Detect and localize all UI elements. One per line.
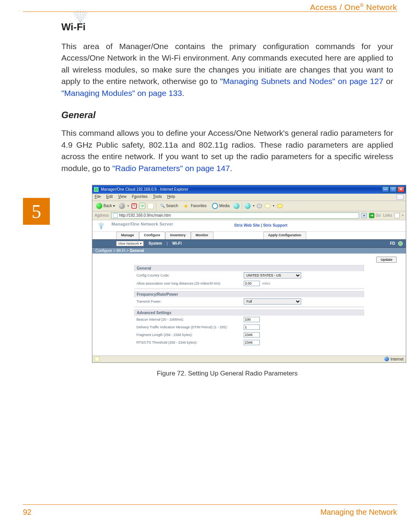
subtab-wifi[interactable]: Wi-Fi: [172, 241, 182, 245]
dtim-period-label: Delivery Traffic Indication Message (DTI…: [136, 325, 244, 329]
history-button[interactable]: [233, 203, 240, 209]
back-button[interactable]: Back ▾: [95, 202, 116, 210]
tab-manage[interactable]: Manage: [116, 232, 139, 239]
product-name: Access / One: [310, 3, 360, 12]
print-button[interactable]: [257, 204, 262, 208]
view-scope-dropdown[interactable]: View Network ▾: [116, 241, 144, 246]
menu-help[interactable]: Help: [167, 194, 175, 200]
rts-threshold-label: RTS/CTS Threshold (256 - 2346 bytes):: [136, 341, 244, 344]
subsection-heading-general: General: [61, 110, 393, 120]
app-header: Manager/One Network Server Strix Web Sit…: [92, 220, 406, 232]
menu-favorites[interactable]: Favorites: [132, 194, 148, 200]
home-button[interactable]: [148, 203, 154, 209]
registered-mark: ®: [360, 3, 364, 8]
dtim-period-input[interactable]: [244, 324, 260, 330]
product-suffix: Network: [364, 3, 397, 12]
mail-button[interactable]: [244, 203, 251, 209]
media-icon: [212, 203, 218, 209]
browser-statusbar: Internet: [92, 356, 406, 362]
links-label[interactable]: Links: [383, 213, 392, 217]
menu-file[interactable]: File: [95, 194, 101, 200]
link-radio-parameters[interactable]: "Radio Parameters" on page 147: [112, 164, 230, 173]
internet-zone-icon: [384, 357, 389, 361]
media-button[interactable]: Media: [210, 202, 231, 210]
page-number: 92: [23, 508, 31, 517]
primary-tabs: Manage Configure Inventory Monitor Apply…: [92, 232, 406, 239]
secondary-nav: View Network ▾ System | Wi-Fi FD: [92, 239, 406, 248]
wifi-intro-paragraph: This area of Manager/One contains the pr…: [61, 41, 393, 99]
tab-configure[interactable]: Configure: [139, 232, 166, 239]
group-freq-rate-power: Frequency/Rate/Power: [134, 291, 364, 297]
general-intro-paragraph: This command allows you to define your A…: [61, 127, 393, 174]
refresh-button[interactable]: ⟳: [139, 203, 145, 209]
fragment-length-label: Fragment Length (256 - 2346 bytes):: [136, 333, 244, 337]
update-button[interactable]: Update: [376, 257, 397, 263]
subtab-system[interactable]: System: [148, 241, 162, 245]
search-button[interactable]: 🔍Search: [159, 203, 180, 209]
ie-throbber-icon: [397, 194, 404, 200]
app-title: Manager/One Network Server: [112, 222, 173, 226]
edit-button[interactable]: [264, 204, 271, 208]
mode-label: FD: [390, 241, 395, 245]
search-icon: 🔍: [160, 204, 165, 208]
long-distance-label: Allow association over long distances (2…: [136, 282, 244, 285]
group-general: General: [134, 265, 364, 271]
long-distance-input[interactable]: [244, 281, 260, 286]
long-distance-unit: miles: [262, 282, 270, 285]
menu-view[interactable]: View: [118, 194, 126, 200]
maximize-button[interactable]: □: [390, 186, 397, 193]
beacon-interval-label: Beacon Interval (20 - 1000ms):: [136, 318, 244, 321]
link-managing-subnets[interactable]: "Managing Subnets and Nodes" on page 127: [220, 77, 383, 86]
url-field[interactable]: http://192.168.0.9/nc/main.htm: [111, 212, 359, 219]
breadcrumb: Configure > Wi-Fi > General: [92, 248, 406, 254]
tab-apply-configuration[interactable]: Apply Configuration: [263, 232, 307, 239]
page-icon: [113, 213, 118, 218]
tab-monitor[interactable]: Monitor: [191, 232, 213, 239]
strix-logo-icon: [97, 222, 105, 230]
url-dropdown[interactable]: ▾: [361, 213, 367, 218]
minimize-button[interactable]: —: [382, 186, 389, 193]
app-icon: [94, 187, 98, 192]
country-code-label: Config Country Code:: [136, 273, 244, 277]
fragment-length-input[interactable]: [244, 332, 260, 338]
embedded-screenshot: Manager/One Cloud 192.168.0.9 - Internet…: [92, 185, 406, 363]
close-button[interactable]: ✕: [397, 186, 404, 193]
figure-caption: Figure 72. Setting Up General Radio Para…: [61, 370, 393, 377]
menu-tools[interactable]: Tools: [153, 194, 162, 200]
address-label: Address: [95, 213, 109, 217]
back-icon: [96, 203, 102, 209]
country-code-select[interactable]: UNITED STATES - US: [244, 272, 301, 278]
chapter-number-tab: 5: [23, 198, 50, 225]
links-icon: [394, 213, 400, 218]
vendor-links[interactable]: Strix Web Site | Strix Support: [234, 223, 287, 227]
go-arrow-icon: ➜: [369, 213, 374, 218]
favorites-button[interactable]: ★Favorites: [182, 202, 208, 210]
menu-edit[interactable]: Edit: [106, 194, 113, 200]
tab-inventory[interactable]: Inventory: [165, 232, 191, 239]
transmit-power-select[interactable]: Full: [244, 298, 301, 305]
page-footer: 92 Managing the Network: [23, 504, 397, 517]
section-heading-wifi: Wi-Fi: [61, 21, 393, 33]
group-advanced: Advanced Settings: [134, 310, 364, 316]
rts-threshold-input[interactable]: [244, 340, 260, 345]
menu-bar: File Edit View Favorites Tools Help: [92, 194, 406, 201]
zone-label: Internet: [390, 357, 404, 361]
go-button[interactable]: ➜Go: [369, 213, 381, 218]
window-title: Manager/One Cloud 192.168.0.9 - Internet…: [101, 187, 188, 191]
status-left-icon: [95, 357, 99, 361]
brand-watermark: [69, 8, 92, 24]
transmit-power-label: Transmit Power:: [136, 300, 244, 303]
link-managing-modules[interactable]: "Managing Modules" on page 133: [61, 89, 182, 97]
stop-button[interactable]: [131, 203, 137, 209]
browser-toolbar: Back ▾ ▾ ⟳ 🔍Search ★Favorites Media ▾ ▾: [92, 201, 406, 211]
chapter-title: Managing the Network: [320, 508, 397, 517]
address-bar: Address http://192.168.0.9/nc/main.htm ▾…: [92, 211, 406, 220]
window-titlebar: Manager/One Cloud 192.168.0.9 - Internet…: [92, 185, 406, 194]
discuss-button[interactable]: [277, 204, 283, 208]
forward-button: [119, 203, 125, 209]
refresh-icon[interactable]: [398, 241, 403, 246]
config-panel: Update General Config Country Code:UNITE…: [92, 254, 406, 356]
beacon-interval-input[interactable]: [244, 317, 260, 322]
star-icon: ★: [184, 203, 190, 209]
